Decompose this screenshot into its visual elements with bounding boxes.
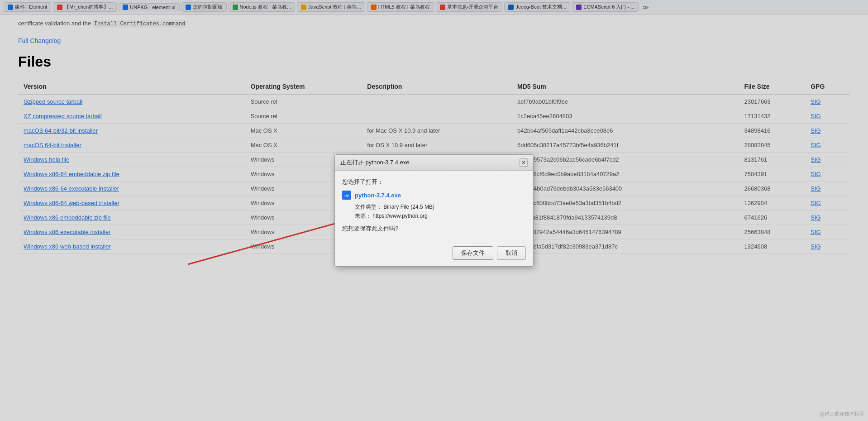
modal-buttons: 保存文件 取消 — [335, 243, 533, 266]
modal-close-button[interactable]: ✕ — [520, 158, 528, 167]
modal-titlebar: 正在打开 python-3.7.4.exe ✕ — [335, 155, 533, 171]
modal-body: 您选择了打开： py python-3.7.4.exe 文件类型： Binary… — [335, 171, 533, 243]
modal-file-row: py python-3.7.4.exe — [342, 191, 526, 200]
modal-dialog: 正在打开 python-3.7.4.exe ✕ 您选择了打开： py pytho… — [334, 154, 534, 267]
modal-save-button[interactable]: 保存文件 — [453, 246, 493, 260]
modal-cancel-button[interactable]: 取消 — [497, 246, 526, 260]
modal-source-label: 来源： — [355, 213, 371, 219]
modal-filename: python-3.7.4.exe — [355, 192, 401, 199]
modal-opening-label: 您选择了打开： — [342, 178, 526, 186]
modal-source-value: https://www.python.org — [372, 213, 427, 219]
modal-save-question: 您想要保存此文件吗? — [342, 225, 526, 233]
modal-file-icon: py — [342, 191, 351, 200]
modal-close-icon: ✕ — [521, 159, 526, 166]
modal-file-type-label: 文件类型： — [355, 204, 382, 210]
modal-overlay[interactable]: 正在打开 python-3.7.4.exe ✕ 您选择了打开： py pytho… — [0, 0, 868, 272]
modal-title: 正在打开 python-3.7.4.exe — [340, 158, 409, 167]
modal-source-row: 来源： https://www.python.org — [355, 212, 526, 220]
modal-file-type-row: 文件类型： Binary File (24.5 MB) — [355, 203, 526, 211]
modal-file-type-value: Binary File (24.5 MB) — [383, 204, 434, 210]
